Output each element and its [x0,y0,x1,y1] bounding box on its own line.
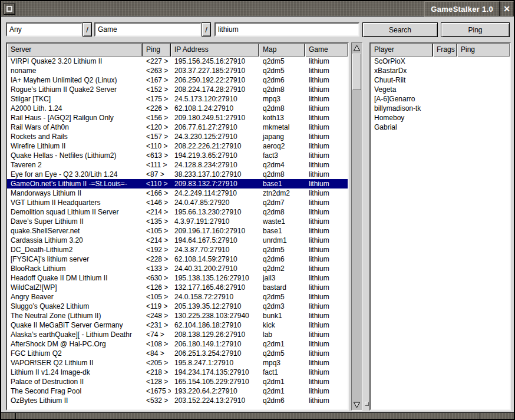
column-header-frags[interactable]: Frags [433,44,457,57]
resize-bar-divider [480,413,480,419]
server-row[interactable]: Cardassia Lithium 3.20<214 >194.64.167.5… [7,236,348,245]
title-bar[interactable]: GameStalker 1.0 ✕ [1,1,514,16]
player-row[interactable]: Vegeta [371,85,510,94]
server-row[interactable]: WildCatZ![WP]<126 >132.177.165.46:27910b… [7,283,348,292]
server-cell: The Neutral Zone (Lithium II) [7,311,143,320]
server-cell: q2dm4 [259,160,305,170]
server-cell: <205 > [143,358,171,368]
filter-combo-input[interactable] [6,22,82,37]
server-row[interactable]: Demolition squad Lithium II Server<214 >… [7,207,348,217]
player-row[interactable]: billymadison-tk [371,104,510,113]
window-resize-bar[interactable] [1,412,514,419]
server-row[interactable]: Lithium II v1.24 Image-dk<218 >194.234.1… [7,368,348,377]
server-row[interactable]: Eye for an Eye - Q2 3.20/Lith 1.24<87 >3… [7,170,348,179]
server-row[interactable]: Quake Hellas - Netfiles (Lithium2)<613 >… [7,151,348,160]
player-row[interactable]: xBastarDx [371,66,510,75]
server-row[interactable]: Palace of Destruction II<128 >165.154.10… [7,377,348,386]
scroll-up-button[interactable] [352,44,361,52]
scroll-down-button[interactable] [352,401,361,409]
player-row[interactable]: [A-6]Genarro [371,94,510,104]
column-header-ping[interactable]: Ping [143,44,171,57]
server-row[interactable]: Stilgar [TKC]<175 >24.5.173.120:27910mpq… [7,94,348,104]
column-header-server[interactable]: Server [7,44,143,57]
close-button[interactable]: ✕ [500,1,514,16]
server-row[interactable]: Rail Wars of Ath0n<120 >206.77.61.27:279… [7,123,348,132]
scroll-thumb[interactable] [352,54,361,90]
server-row[interactable]: VIRPI Quake2 3.20 Lithium II<227 >195.15… [7,57,348,66]
server-row[interactable]: VGT Lithium II Headquarters<146 >24.0.47… [7,198,348,207]
server-row[interactable]: Rail Haus - [AGQ2] Railgun Only<156 >209… [7,113,348,123]
server-cell: <263 > [143,66,171,75]
server-row[interactable]: Headoff Quake II DM Lithium II<630 >195.… [7,273,348,283]
server-row[interactable]: Taveren 2<111 >24.128.8.234:27910q2dm4li… [7,160,348,170]
server-cell: 203.37.227.185:27910 [171,66,259,75]
server-row[interactable]: FGC Lithium Q2<84 >206.251.3.254:27910q2… [7,349,348,358]
column-header-game[interactable]: Game [305,44,348,57]
server-cell: <228 > [143,254,171,264]
close-icon: ✕ [503,4,510,14]
server-row[interactable]: IA+ Mayhem Unlimited Q2 (Linux)<167 >206… [7,75,348,85]
server-cell: Quake II MeGaBiT Server Germany [7,320,143,330]
server-row[interactable]: Mandorways Lithium II<166 >24.2.249.114:… [7,188,348,198]
server-row[interactable]: Alaska’s earthQuake][ - Lithium Deathr<7… [7,330,348,339]
server-row[interactable]: A2000 Lith. 1.24<226 >62.108.1.24:27910q… [7,104,348,113]
server-row[interactable]: The Neutral Zone (Lithium II)<248 >130.2… [7,311,348,320]
server-row[interactable]: Wirefire Lithium II<110 >208.22.226.21:2… [7,141,348,151]
server-cell: 62.108.1.24:27910 [171,104,259,113]
server-cell: 209.83.132.7:27910 [171,179,259,188]
server-row[interactable]: AfterShock DM @ Hal-PC.Org<108 >206.180.… [7,339,348,349]
server-row[interactable]: The Second Frag Pool<1675 >193.220.64.2:… [7,386,348,396]
server-row[interactable]: Sluggo’s Quake2 Lithium<119 >205.139.35.… [7,302,348,311]
search-input[interactable] [214,22,359,37]
player-row[interactable]: Gabrial [371,123,510,132]
server-cell: kick [259,320,305,330]
resize-bar-divider [15,413,16,419]
server-row[interactable]: Rockets and Rails<157 >24.3.230.125:2791… [7,132,348,141]
server-row[interactable]: quake.ShellServer.net<105 >209.196.17.16… [7,226,348,236]
server-row[interactable]: OzBytes Lithium II<532 >203.152.224.13:2… [7,396,348,405]
search-button[interactable]: Search [362,22,438,37]
player-row[interactable]: Chuut-Riit [371,75,510,85]
server-cell: lithium [305,217,348,226]
server-cell: Wirefire Lithium II [7,141,143,151]
player-row[interactable]: ScOrPioX [371,57,510,66]
server-cell: lithium [305,245,348,254]
search-button-label: Search [389,26,411,34]
player-cell: Gabrial [371,123,433,132]
server-cell: lithium [305,264,348,273]
server-row[interactable]: VAPOR!SER Q2 Lithium II<205 >195.8.247.1… [7,358,348,368]
server-row[interactable]: Angry Beaver<105 >24.0.158.72:27910q2dm5… [7,292,348,302]
server-row[interactable]: BlooRack Lithium<133 >24.40.31.200:27910… [7,264,348,273]
column-header-player[interactable]: Player [371,44,433,57]
server-list-scrollbar[interactable] [351,42,362,411]
server-row[interactable]: Dave’s Super Lithium II<135 >4.3.97.191:… [7,217,348,226]
server-row[interactable]: DC_Death-Lithium2<192 >24.3.87.70:27910q… [7,245,348,254]
player-row[interactable]: Homeboy [371,113,510,123]
server-cell: WildCatZ![WP] [7,283,143,292]
column-header-ip[interactable]: IP Address [171,44,259,57]
player-table-header: Player Frags Ping [371,44,510,57]
column-header-player-ping[interactable]: Ping [457,44,510,57]
server-cell: 203.152.224.13:27910 [171,396,259,405]
server-row[interactable]: Quake II MeGaBiT Server Germany<231 >62.… [7,320,348,330]
pane-resize-grip[interactable] [365,402,369,406]
server-row[interactable]: noname<263 >203.37.227.185:27910q2dm5lit… [7,66,348,75]
window-menu-button[interactable] [4,3,15,15]
filter-combo-arrow-button[interactable]: / [82,22,92,37]
server-cell: <214 > [143,207,171,217]
field-combo-arrow-button[interactable]: / [202,22,211,37]
server-cell: mkmetal [259,123,305,132]
server-row[interactable]: Rogue’s Lithium II Quake2 Server<152 >20… [7,85,348,94]
server-cell: 209.180.249.51:27910 [171,113,259,123]
column-header-map[interactable]: Map [259,44,305,57]
server-cell: q2dm6 [259,254,305,264]
server-cell: bunk1 [259,311,305,320]
server-row[interactable]: GameOn.net’s Lithium II -=St.Louis=-<110… [7,179,348,188]
ping-button[interactable]: Ping [441,22,510,37]
server-cell: Rail Wars of Ath0n [7,123,143,132]
server-row[interactable]: [FYSICA]’s lithium server<228 >62.108.14… [7,254,348,264]
app-window: GameStalker 1.0 ✕ / / Search Ping Server… [0,0,515,420]
server-cell: mpq3 [259,358,305,368]
server-cell: Mandorways Lithium II [7,188,143,198]
field-combo-input[interactable] [94,22,202,37]
